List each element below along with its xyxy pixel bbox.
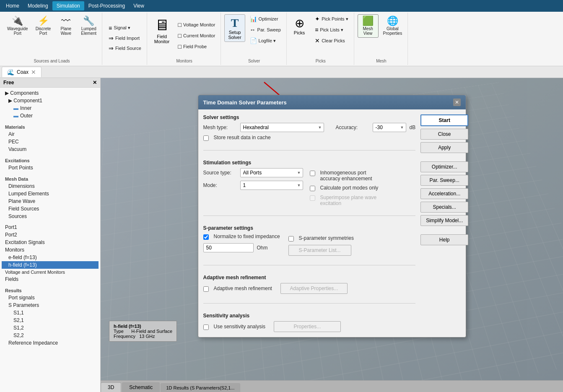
close-dialog-btn[interactable]: Close (420, 129, 468, 140)
s-param-list-btn[interactable]: S-Parameter List... (288, 245, 351, 256)
start-btn[interactable]: Start (420, 114, 468, 126)
dialog-close-btn[interactable]: ✕ (453, 99, 461, 106)
mesh-view-btn[interactable]: 🟩 MeshView (358, 14, 379, 38)
waveguide-port-btn[interactable]: 🔌 WaveguidePort (4, 14, 31, 38)
logfile-btn[interactable]: 📄 Logfile ▾ (247, 36, 284, 45)
discrete-port-btn[interactable]: ⚡ DiscretePort (33, 14, 54, 38)
sidebar-item-port-signals[interactable]: Port signals (2, 294, 99, 301)
sidebar-item-monitors[interactable]: Monitors (2, 246, 99, 254)
sidebar-item-inner[interactable]: ▬ Inner (2, 104, 99, 112)
apply-btn[interactable]: Apply (420, 142, 468, 153)
mode-select[interactable]: 123 (240, 181, 303, 190)
menu-modeling[interactable]: Modeling (23, 1, 52, 10)
par-sweep-dialog-btn[interactable]: Par. Sweep... (420, 175, 468, 186)
sidebar-item-s21[interactable]: S2,1 (2, 317, 99, 324)
sidebar-item-port-points[interactable]: Port Points (2, 164, 99, 171)
adaptive-props-btn[interactable]: Adaptive Properties... (280, 283, 348, 294)
setup-solver-btn[interactable]: T SetupSolver (224, 14, 245, 42)
sidebar-item-s-parameters[interactable]: S Parameters (2, 301, 99, 309)
sidebar-item-components[interactable]: ▶ Components (2, 89, 99, 97)
sidebar-item-fields[interactable]: Fields (2, 275, 99, 283)
calc-port-label: Calculate port modes only (320, 185, 379, 191)
sidebar-item-component1[interactable]: ▶ Component1 (2, 97, 99, 104)
sidebar-item-port2[interactable]: Port2 (2, 231, 99, 239)
accuracy-select[interactable]: -30 -40 -50 (373, 123, 406, 132)
tab-coax[interactable]: 🌊 Coax ✕ (2, 67, 42, 77)
sidebar-item-port1[interactable]: Port1 (2, 223, 99, 231)
field-import-btn[interactable]: ⇒ Field Import (106, 34, 144, 43)
field-monitor-btn[interactable]: 🖥 FieldMonitor (150, 14, 174, 46)
adaptive-checkbox[interactable] (203, 286, 209, 292)
specials-btn[interactable]: Specials... (420, 202, 468, 213)
optimizer-icon: 📊 (250, 16, 257, 22)
sidebar-item-pec[interactable]: PEC (2, 138, 99, 145)
menu-post-processing[interactable]: Post-Processing (84, 1, 129, 10)
pick-lists-label: Pick Lists ▾ (320, 27, 343, 33)
sidebar-item-excitation-signals[interactable]: Excitation Signals (2, 239, 99, 246)
sidebar-item-dimensions[interactable]: Dimensions (2, 182, 99, 190)
sidebar-item-s22[interactable]: S2,2 (2, 332, 99, 339)
menu-view[interactable]: View (129, 1, 148, 10)
normalize-checkbox[interactable] (203, 234, 209, 240)
clear-picks-btn[interactable]: ✕ Clear Picks (312, 36, 351, 45)
sidebar-item-lumped-elements[interactable]: Lumped Elements (2, 190, 99, 197)
sensitivity-checkbox[interactable] (203, 325, 209, 330)
menu-home[interactable]: Home (2, 1, 23, 10)
sidebar-item-field-sources[interactable]: Field Sources (2, 205, 99, 213)
menu-simulation[interactable]: Simulation (52, 1, 84, 10)
source-type-select[interactable]: All Ports Selected Port (240, 168, 303, 177)
properties-btn[interactable]: Properties... (274, 321, 341, 332)
field-source-btn[interactable]: ⇒ Field Source (106, 44, 144, 53)
pick-points-btn[interactable]: ✦ Pick Points ▾ (312, 14, 351, 23)
voltage-monitor-icon: □ (178, 21, 182, 28)
sidebar-item-h-field[interactable]: h-field (f=13) (2, 261, 99, 269)
mesh-type-select[interactable]: Hexahedral Tetrahedral (240, 123, 324, 132)
sidebar-item-e-field[interactable]: e-field (f=13) (2, 254, 99, 261)
adaptive-content: Adaptive mesh refinement Adaptive Proper… (203, 283, 416, 294)
mode-row: Mode: 123 (203, 181, 303, 190)
tab-coax-close[interactable]: ✕ (31, 69, 36, 75)
mesh-view-label: MeshView (363, 26, 373, 36)
optimizer-dialog-btn[interactable]: Optimizer... (420, 161, 468, 172)
global-properties-btn[interactable]: 🌐 GlobalProperties (380, 14, 405, 38)
toolbar-group-picks: ⊕ Picks ✦ Pick Points ▾ ≡ Pick Lists ▾ ✕… (288, 13, 354, 65)
simplify-model-btn[interactable]: Simplify Model... (420, 215, 468, 226)
help-btn[interactable]: Help (420, 234, 468, 245)
sidebar-item-plane-wave[interactable]: Plane Wave (2, 197, 99, 205)
lumped-element-btn[interactable]: 🔧 LumpedElement (78, 14, 99, 38)
pick-lists-btn[interactable]: ≡ Pick Lists ▾ (312, 25, 351, 34)
store-cache-checkbox[interactable] (203, 135, 209, 141)
impedance-input[interactable] (203, 243, 254, 252)
tab-coax-label: Coax (17, 69, 29, 75)
sidebar-item-s12[interactable]: S1,2 (2, 324, 99, 332)
field-probe-btn[interactable]: □ Field Probe (175, 42, 218, 51)
picks-btn[interactable]: ⊕ Picks (290, 14, 309, 37)
optimizer-toolbar-btn[interactable]: 📊 Optimizer (247, 14, 284, 23)
par-sweep-toolbar-btn[interactable]: ↔ Par. Sweep (247, 25, 284, 34)
symmetries-checkbox[interactable] (288, 236, 294, 241)
superimpose-label: Superimpose plane waveexcitation (320, 195, 377, 206)
superimpose-checkbox[interactable] (310, 195, 315, 201)
calc-port-checkbox[interactable] (310, 186, 315, 191)
sidebar-close-icon[interactable]: ✕ (93, 80, 97, 86)
sidebar-item-air[interactable]: Air (2, 130, 99, 138)
lumped-element-label: LumpedElement (81, 26, 96, 36)
sidebar-item-vacuum[interactable]: Vacuum (2, 145, 99, 153)
sidebar-item-ref-impedance[interactable]: Reference Impedance (2, 339, 99, 347)
current-monitor-btn[interactable]: □ Current Monitor (175, 31, 218, 40)
sidebar-item-s11[interactable]: S1,1 (2, 309, 99, 317)
picks-icon: ⊕ (295, 16, 304, 30)
impedance-row: Ohm (203, 243, 280, 252)
field-monitor-icon: 🖥 (154, 16, 169, 34)
acceleration-btn[interactable]: Acceleration... (420, 188, 468, 199)
inhomogeneous-checkbox[interactable] (310, 171, 315, 176)
s-param-title: S-parameter settings (203, 225, 416, 231)
store-cache-label: Store result data in cache (214, 135, 271, 140)
signal-btn[interactable]: ≡ Signal ▾ (106, 23, 144, 33)
voltage-monitor-btn[interactable]: □ Voltage Monitor (175, 20, 218, 29)
toolbar-group-mesh: 🟩 MeshView 🌐 GlobalProperties Mesh (355, 13, 408, 65)
sidebar-item-outer[interactable]: ▬ Outer (2, 112, 99, 119)
sidebar-item-sources[interactable]: Sources (2, 213, 99, 220)
sidebar-item-volt-current-monitors[interactable]: Voltage and Current Monitors (2, 269, 99, 275)
plane-wave-btn[interactable]: 〰 PlaneWave (55, 14, 76, 38)
